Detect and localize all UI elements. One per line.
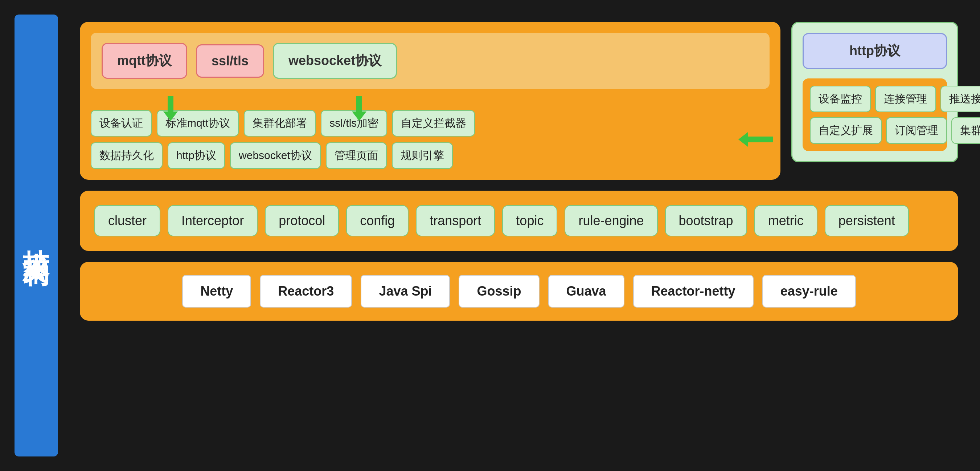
protocol-with-arrows: mqtt协议 ssl/tls websocket协议 bbox=[91, 33, 770, 99]
right-panel: http协议 设备监控 连接管理 推送接口 bbox=[791, 22, 958, 162]
foundation-gossip: Gossip bbox=[459, 275, 539, 308]
right-feature-5: 订阅管理 bbox=[886, 117, 947, 144]
down-arrow-1 bbox=[163, 96, 178, 121]
module-rule-engine: rule-engine bbox=[565, 205, 657, 236]
arrow-body-1 bbox=[168, 96, 173, 112]
arrow-head-1 bbox=[163, 112, 178, 121]
http-protocol-box: http协议 bbox=[803, 33, 947, 69]
right-features-row-1: 设备监控 连接管理 推送接口 bbox=[810, 86, 940, 112]
module-metric: metric bbox=[754, 205, 818, 236]
features-left: 设备认证 标准mqtt协议 集群化部署 ssl/tls加密 自定义拦截器 bbox=[91, 110, 770, 169]
right-features-block: 设备监控 连接管理 推送接口 自定义扩展 bbox=[803, 78, 947, 151]
module-bootstrap: bootstrap bbox=[665, 205, 747, 236]
foundation-section: Netty Reactor3 Java Spi Gossip Guava Rea… bbox=[80, 262, 958, 321]
page-wrapper: 技术架构 mqtt协议 ssl/tls bbox=[0, 0, 980, 471]
right-feature-1: 设备监控 bbox=[810, 86, 871, 112]
module-topic: topic bbox=[502, 205, 557, 236]
feature-tag-1: 设备认证 bbox=[91, 110, 152, 137]
module-protocol: protocol bbox=[265, 205, 339, 236]
websocket-protocol-box: websocket协议 bbox=[273, 43, 397, 79]
feature-tag-10: 规则引擎 bbox=[392, 142, 453, 169]
feature-tag-6: 数据持久化 bbox=[91, 142, 162, 169]
mqtt-protocol-box: mqtt协议 bbox=[102, 43, 187, 79]
module-section: cluster Interceptor protocol config tran… bbox=[80, 191, 958, 251]
right-feature-6: 集群管理 bbox=[951, 117, 980, 144]
module-cluster: cluster bbox=[94, 205, 161, 236]
arrow-left-head bbox=[738, 132, 748, 147]
foundation-netty: Netty bbox=[182, 275, 251, 308]
arrow-left-body bbox=[748, 137, 773, 142]
main-content: mqtt协议 ssl/tls websocket协议 bbox=[80, 14, 958, 457]
feature-tag-7: http协议 bbox=[168, 142, 225, 169]
right-features-row-2: 自定义扩展 订阅管理 集群管理 bbox=[810, 117, 940, 144]
orange-top-box: mqtt协议 ssl/tls websocket协议 bbox=[80, 22, 780, 180]
foundation-java-spi: Java Spi bbox=[361, 275, 450, 308]
top-section: mqtt协议 ssl/tls websocket协议 bbox=[80, 22, 958, 180]
right-feature-4: 自定义扩展 bbox=[810, 117, 882, 144]
features-row-1: 设备认证 标准mqtt协议 集群化部署 ssl/tls加密 自定义拦截器 bbox=[91, 110, 770, 137]
right-feature-3: 推送接口 bbox=[940, 86, 980, 112]
foundation-reactor3: Reactor3 bbox=[260, 275, 352, 308]
features-row-2: 数据持久化 http协议 websocket协议 管理页面 规则引擎 bbox=[91, 142, 770, 169]
left-title-bar: 技术架构 bbox=[14, 14, 58, 457]
foundation-easy-rule: easy-rule bbox=[762, 275, 856, 308]
right-feature-2: 连接管理 bbox=[875, 86, 936, 112]
feature-tag-8: websocket协议 bbox=[230, 142, 321, 169]
ssl-tls-box: ssl/tls bbox=[196, 44, 264, 78]
feature-tag-5: 自定义拦截器 bbox=[392, 110, 475, 137]
module-persistent: persistent bbox=[825, 205, 909, 236]
foundation-guava: Guava bbox=[548, 275, 624, 308]
module-interceptor: Interceptor bbox=[168, 205, 258, 236]
feature-tag-3: 集群化部署 bbox=[244, 110, 316, 137]
down-arrow-2 bbox=[352, 96, 366, 121]
module-config: config bbox=[346, 205, 409, 236]
module-transport: transport bbox=[416, 205, 495, 236]
left-title-text: 技术架构 bbox=[23, 228, 49, 243]
foundation-reactor-netty: Reactor-netty bbox=[633, 275, 754, 308]
protocol-row: mqtt协议 ssl/tls websocket协议 bbox=[91, 33, 770, 89]
left-arrow-connector bbox=[738, 132, 773, 147]
arrow-body-2 bbox=[356, 96, 362, 112]
feature-tag-9: 管理页面 bbox=[326, 142, 387, 169]
arrow-head-2 bbox=[352, 112, 366, 121]
